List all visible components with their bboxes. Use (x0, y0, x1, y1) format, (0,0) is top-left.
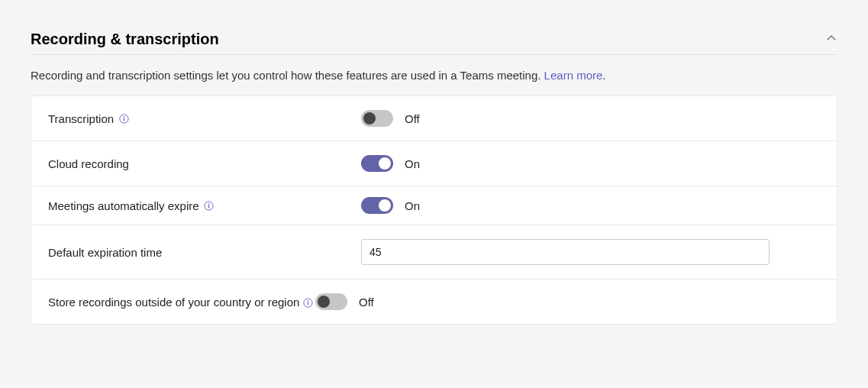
store-outside-control: Off (315, 293, 820, 310)
svg-rect-8 (308, 302, 308, 306)
svg-point-1 (123, 116, 124, 118)
expiration-time-input[interactable] (361, 239, 770, 265)
chevron-up-icon (825, 32, 837, 47)
auto-expire-label: Meetings automatically expire (48, 198, 199, 214)
info-icon[interactable] (303, 298, 314, 309)
svg-point-4 (208, 203, 210, 205)
row-transcription: Transcription Off (31, 96, 837, 141)
expiration-time-control (361, 239, 820, 265)
period: . (602, 69, 605, 82)
info-icon[interactable] (118, 113, 129, 124)
transcription-toggle[interactable] (361, 110, 393, 127)
store-outside-state: Off (359, 296, 374, 309)
cloud-recording-state: On (405, 157, 420, 170)
transcription-label: Transcription (48, 111, 114, 127)
description-text: Recording and transcription settings let… (31, 69, 544, 82)
cloud-recording-toggle[interactable] (361, 155, 393, 172)
row-store-outside: Store recordings outside of your country… (31, 280, 837, 324)
store-outside-toggle[interactable] (315, 293, 347, 310)
auto-expire-control: On (361, 197, 820, 214)
settings-panel: Transcription Off Cloud recording On Mee… (31, 95, 837, 325)
svg-rect-5 (208, 205, 209, 208)
svg-point-7 (308, 300, 309, 302)
row-cloud-recording: Cloud recording On (31, 141, 837, 186)
store-outside-label: Store recordings outside of your country… (48, 296, 299, 309)
row-auto-expire: Meetings automatically expire On (31, 186, 837, 225)
expiration-time-label: Default expiration time (48, 244, 162, 260)
learn-more-link[interactable]: Learn more (544, 69, 603, 82)
transcription-control: Off (361, 110, 820, 127)
transcription-state: Off (405, 112, 420, 125)
auto-expire-label-wrap: Meetings automatically expire (48, 198, 361, 214)
section-header[interactable]: Recording & transcription (31, 31, 837, 55)
transcription-label-wrap: Transcription (48, 111, 361, 127)
cloud-recording-control: On (361, 155, 820, 172)
svg-rect-2 (123, 118, 124, 121)
store-outside-label-wrap: Store recordings outside of your country… (48, 294, 315, 310)
auto-expire-toggle[interactable] (361, 197, 393, 214)
row-expiration-time: Default expiration time (31, 225, 837, 280)
cloud-recording-label: Cloud recording (48, 156, 129, 172)
section-title: Recording & transcription (31, 31, 219, 48)
info-icon[interactable] (204, 200, 215, 211)
section-description: Recording and transcription settings let… (31, 69, 837, 82)
expiration-time-label-wrap: Default expiration time (48, 244, 361, 260)
auto-expire-state: On (405, 199, 420, 212)
cloud-recording-label-wrap: Cloud recording (48, 156, 361, 172)
